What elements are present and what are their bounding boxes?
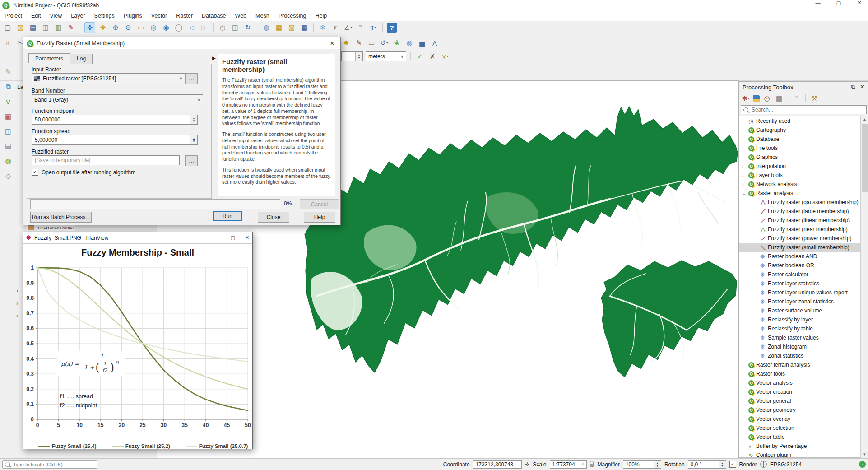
toolbox-item-vector-selection[interactable]: ›QVector selection [739,423,860,433]
coordinate-value[interactable]: 173312,300743 [473,460,522,469]
save-project-icon[interactable]: ▤ [28,23,38,33]
chevron-down-icon[interactable]: ⌄ [742,191,748,196]
paint-roller-icon[interactable]: ▭ [367,38,376,48]
toolbox-item-reclassify-by-layer[interactable]: ❋Reclassify by layer [739,315,860,324]
input-raster-combo[interactable]: Fuzzified raster [EPSG:31254] ∨ [32,73,185,84]
menu-vector[interactable]: Vector [147,13,172,19]
pan-map-icon[interactable]: ✜ [84,22,95,33]
toolbox-item-fuzzify-raster-power-membership-[interactable]: Fuzzify raster (power membership) [739,234,860,243]
add-wms-icon[interactable]: ◇ [3,171,13,181]
toolbox-item-fuzzify-raster-linear-membership-[interactable]: Fuzzify raster (linear membership) [739,216,860,225]
chevron-right-icon[interactable]: › [742,435,748,440]
toolbox-item-zonal-statistics[interactable]: ❋Zonal statistics [739,351,860,360]
chevron-right-icon[interactable]: › [742,182,748,187]
snapping-enable-icon[interactable]: ✓ [415,51,425,61]
toolbox-item-buffer-by-percentage[interactable]: ›◗Buffer by Percentage [739,442,860,451]
toolbox-item-fuzzify-raster-gaussian-membership-[interactable]: Fuzzify raster (gaussian membership) [739,198,860,207]
digitize-icon[interactable]: ⌗ [3,38,13,48]
chevron-right-icon[interactable]: › [742,426,748,431]
deselect-features-icon[interactable]: ▧ [287,23,297,33]
toolbox-item-layer-tools[interactable]: ›QLayer tools [739,171,860,180]
scale-combo[interactable]: 1:773794∨ [550,460,587,469]
scroll-up-icon[interactable]: ▲ [861,116,868,123]
help-button[interactable]: Help [304,212,335,223]
pan-to-selection-icon[interactable]: ✥ [98,23,108,33]
menu-raster[interactable]: Raster [172,13,197,19]
snapping-disable-icon[interactable]: ✗ [427,51,437,61]
chevron-right-icon[interactable]: › [742,146,748,151]
menu-project[interactable]: Project [0,13,27,19]
new-map-view-icon[interactable]: ◫ [230,23,240,33]
minimize-button[interactable]: — [215,235,220,241]
toolbox-item-vector-analysis[interactable]: ›QVector analysis [739,378,860,387]
tab-log[interactable]: Log [70,54,93,64]
run-batch-button[interactable]: Run as Batch Process... [30,212,92,223]
toolbox-item-vector-table[interactable]: ›QVector table [739,433,860,442]
toolbox-item-raster-calculator[interactable]: ❋Raster calculator [739,270,860,279]
edit-toolbox-icon[interactable]: ⚒ [809,93,819,103]
zoom-to-selection-icon[interactable]: ◎ [149,23,158,33]
statistics-icon[interactable]: Σ [330,23,340,33]
close-panel-icon[interactable]: ✕ [860,84,865,91]
style-manager-icon[interactable]: ✎ [66,23,76,33]
chevron-right-icon[interactable]: › [742,390,748,395]
toolbox-item-database[interactable]: ›QDatabase [739,135,860,144]
extents-icon[interactable]: ✛ [525,461,530,468]
temporal-controller-icon[interactable]: ◴ [218,23,227,33]
spread-spinner[interactable]: 5,000000 ▲▼ [32,135,198,145]
comment-icon[interactable]: ❞ [792,93,802,103]
results-viewer-icon[interactable]: ▤ [774,93,784,103]
dialog-title-bar[interactable]: Q Fuzzify Raster (Small Membership) ✕ [23,37,340,49]
toolbox-item-raster-analysis[interactable]: ⌄QRaster analysis [739,189,860,198]
chevron-right-icon[interactable]: › [742,444,748,449]
python-icon[interactable] [753,95,760,102]
zoom-last-icon[interactable]: ◁ [186,23,196,33]
menu-settings[interactable]: Settings [90,13,119,19]
zoom-full-icon[interactable]: ▭ [136,23,146,33]
chevron-right-icon[interactable]: › [742,128,748,133]
run-button[interactable]: Run [213,211,242,221]
toolbox-item-raster-tools[interactable]: ›QRaster tools [739,369,860,378]
help-icon[interactable]: ? [387,23,397,33]
locate-box[interactable] [2,460,97,469]
plugin-bug-icon[interactable]: ✹ [341,38,351,48]
toolbox-item-file-tools[interactable]: ›QFile tools [739,144,860,153]
toolbox-scrollbar[interactable]: ▲ ▼ [860,116,868,458]
messages-icon[interactable]: ⋯ [859,461,866,468]
toolbox-options-icon[interactable]: ✱▾ [741,93,751,103]
toolbox-item-vector-general[interactable]: ›QVector general [739,396,860,405]
close-dialog-button[interactable]: Close [258,212,289,223]
irfanview-title-bar[interactable]: ❋ Fuzzify_Small.PNG - IrfanView — ▢ ✕ [23,232,252,244]
close-button[interactable]: ✕ [854,0,864,6]
float-panel-icon[interactable]: ⧉ [851,84,855,91]
chevron-right-icon[interactable]: › [742,372,748,377]
menu-database[interactable]: Database [197,13,231,19]
lock-icon[interactable] [590,464,594,467]
toolbox-item-raster-layer-zonal-statistics[interactable]: ❋Raster layer zonal statistics [739,297,860,306]
text-annotation-icon[interactable]: T▾ [368,23,378,33]
toolbox-item-interpolation[interactable]: ›QInterpolation [739,162,860,171]
new-print-layout-icon[interactable]: ◫ [41,23,51,33]
toolbox-item-vector-creation[interactable]: ›QVector creation [739,387,860,396]
chevron-right-icon[interactable]: › [742,363,748,368]
select-features-icon[interactable]: ▦ [274,23,284,33]
map-tips-icon[interactable]: ❞ [356,23,366,33]
menu-edit[interactable]: Edit [27,13,46,19]
chevron-right-icon[interactable]: › [742,399,748,404]
band-combo[interactable]: Band 1 (Gray) ∨ [32,94,203,105]
cancel-button[interactable]: Cancel [300,199,339,209]
search-input[interactable] [751,106,843,113]
toolbox-search[interactable] [741,105,867,114]
data-source-manager-icon[interactable]: ⧉ [3,82,13,92]
scroll-down-icon[interactable]: ▼ [861,451,868,458]
menu-help[interactable]: Help [311,13,331,19]
toolbox-item-fuzzify-raster-large-membership-[interactable]: Fuzzify raster (large membership) [739,207,860,216]
rotation-spinner[interactable]: 0,0 °▲▼ [688,460,726,469]
menu-plugins[interactable]: Plugins [119,13,147,19]
history-icon[interactable]: ◷ [762,93,772,103]
add-vector-layer-icon[interactable]: V [3,97,13,107]
toolbox-item-raster-boolean-and[interactable]: ❋Raster boolean AND [739,252,860,261]
maximize-button[interactable]: ▢ [230,235,235,241]
chevron-right-icon[interactable]: › [742,381,748,386]
chevron-right-icon[interactable]: › [16,312,18,319]
